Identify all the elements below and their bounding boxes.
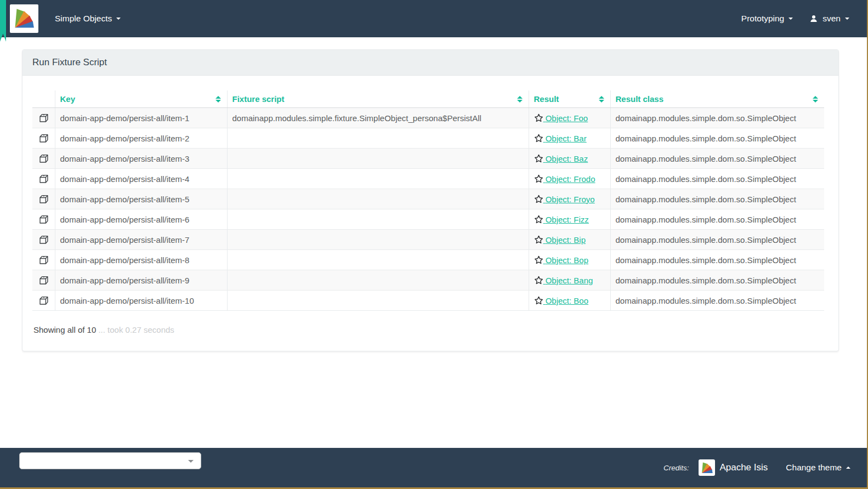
result-object-link[interactable]: Object: Bop xyxy=(543,255,589,265)
menu-prototyping[interactable]: Prototyping xyxy=(741,14,793,24)
apache-isis-logo[interactable] xyxy=(699,459,715,476)
cube-icon xyxy=(38,255,49,265)
cube-icon xyxy=(38,295,49,306)
key-cell: domain-app-demo/persist-all/item-9 xyxy=(55,270,227,291)
result-object-link[interactable]: Object: Bip xyxy=(543,235,586,244)
column-header-result[interactable]: Result xyxy=(529,90,610,108)
sort-up-down-icon[interactable] xyxy=(812,95,819,104)
row-icon-cell xyxy=(32,189,55,209)
column-header-key[interactable]: Key xyxy=(55,90,227,108)
fixture-script-cell xyxy=(227,291,529,311)
star-outline-icon xyxy=(534,215,543,224)
table-summary: Showing all of 10 ... took 0.27 seconds xyxy=(32,325,823,334)
table-row[interactable]: domain-app-demo/persist-all/item-9 Objec… xyxy=(32,270,824,291)
change-theme-button[interactable]: Change theme xyxy=(786,463,850,473)
key-cell: domain-app-demo/persist-all/item-6 xyxy=(55,209,227,230)
result-class-cell: domainapp.modules.simple.dom.so.SimpleOb… xyxy=(610,108,824,128)
star-outline-icon xyxy=(534,154,543,163)
result-class-cell: domainapp.modules.simple.dom.so.SimpleOb… xyxy=(610,149,824,169)
table-row[interactable]: domain-app-demo/persist-all/item-8 Objec… xyxy=(32,250,824,270)
key-cell: domain-app-demo/persist-all/item-1 xyxy=(55,108,227,128)
row-icon-cell xyxy=(32,230,55,250)
table-row[interactable]: domain-app-demo/persist-all/item-3 Objec… xyxy=(32,149,824,169)
result-cell: Object: Fizz xyxy=(529,209,610,230)
menu-simple-objects[interactable]: Simple Objects xyxy=(55,14,121,24)
key-cell: domain-app-demo/persist-all/item-8 xyxy=(55,250,227,270)
table-row[interactable]: domain-app-demo/persist-all/item-5 Objec… xyxy=(32,189,824,209)
navbar-right: Prototyping sven xyxy=(741,14,867,24)
result-class-cell: domainapp.modules.simple.dom.so.SimpleOb… xyxy=(610,291,824,311)
result-cell: Object: Froyo xyxy=(529,189,610,209)
sort-up-down-icon[interactable] xyxy=(214,95,222,104)
result-object-link[interactable]: Object: Bang xyxy=(543,276,593,285)
chevron-up-icon xyxy=(846,467,850,469)
apache-isis-fan-icon xyxy=(12,7,36,31)
key-cell: domain-app-demo/persist-all/item-7 xyxy=(55,230,227,250)
table-row[interactable]: domain-app-demo/persist-all/item-1 domai… xyxy=(32,108,824,128)
result-object-link[interactable]: Object: Foo xyxy=(543,113,588,123)
key-cell: domain-app-demo/persist-all/item-4 xyxy=(55,169,227,189)
column-header-result-class[interactable]: Result class xyxy=(610,90,824,108)
star-outline-icon xyxy=(534,255,543,265)
footer-dropdown[interactable] xyxy=(19,452,201,469)
apache-isis-fan-icon xyxy=(700,461,714,475)
fixture-script-cell xyxy=(227,189,529,209)
chevron-down-icon xyxy=(788,18,793,20)
table-row[interactable]: domain-app-demo/persist-all/item-2 Objec… xyxy=(32,128,824,149)
credits-block: Credits: Apache Isis Change theme xyxy=(663,459,867,476)
person-icon xyxy=(809,14,818,23)
app-logo[interactable] xyxy=(10,4,38,33)
table-row[interactable]: domain-app-demo/persist-all/item-7 Objec… xyxy=(32,230,824,250)
table-row[interactable]: domain-app-demo/persist-all/item-6 Objec… xyxy=(32,209,824,230)
sort-up-down-icon[interactable] xyxy=(598,95,605,104)
row-icon-cell xyxy=(32,209,55,230)
icon-column-header xyxy=(32,90,55,108)
result-class-cell: domainapp.modules.simple.dom.so.SimpleOb… xyxy=(610,270,824,291)
row-icon-cell xyxy=(32,270,55,291)
user-menu[interactable]: sven xyxy=(809,14,849,24)
result-object-link[interactable]: Object: Baz xyxy=(543,154,588,163)
result-cell: Object: Boo xyxy=(529,291,610,311)
result-class-cell: domainapp.modules.simple.dom.so.SimpleOb… xyxy=(610,128,824,149)
key-cell: domain-app-demo/persist-all/item-10 xyxy=(55,291,227,311)
key-cell: domain-app-demo/persist-all/item-2 xyxy=(55,128,227,149)
column-header-fixture-script[interactable]: Fixture script xyxy=(227,90,529,108)
table-row[interactable]: domain-app-demo/persist-all/item-4 Objec… xyxy=(32,169,824,189)
result-object-link[interactable]: Object: Frodo xyxy=(543,174,595,184)
app-window: Simple Objects Prototyping sven Run Fixt… xyxy=(0,0,868,489)
star-outline-icon xyxy=(534,235,543,244)
menu-prototyping-label: Prototyping xyxy=(741,14,784,24)
result-class-cell: domainapp.modules.simple.dom.so.SimpleOb… xyxy=(610,250,824,270)
result-class-cell: domainapp.modules.simple.dom.so.SimpleOb… xyxy=(610,189,824,209)
cube-icon xyxy=(38,153,49,164)
timing-text: ... took 0.27 seconds xyxy=(98,325,174,334)
fixture-script-cell xyxy=(227,270,529,291)
result-cell: Object: Bip xyxy=(529,230,610,250)
apache-isis-link[interactable]: Apache Isis xyxy=(719,462,768,473)
cube-icon xyxy=(38,174,49,184)
result-object-link[interactable]: Object: Fizz xyxy=(543,215,589,224)
footer-bar: Credits: Apache Isis Change theme xyxy=(0,448,867,487)
sort-up-down-icon[interactable] xyxy=(516,95,524,104)
row-icon-cell xyxy=(32,128,55,149)
result-object-link[interactable]: Object: Bar xyxy=(543,134,587,143)
table-body: domain-app-demo/persist-all/item-1 domai… xyxy=(32,108,824,311)
key-cell: domain-app-demo/persist-all/item-5 xyxy=(55,189,227,209)
result-cell: Object: Frodo xyxy=(529,169,610,189)
cube-icon xyxy=(38,194,49,204)
chevron-down-icon xyxy=(188,460,194,463)
page-content: Run Fixture Script Key xyxy=(0,37,867,448)
star-outline-icon xyxy=(534,195,543,204)
credits-label: Credits: xyxy=(663,464,689,472)
result-object-link[interactable]: Object: Froyo xyxy=(543,195,595,204)
user-name: sven xyxy=(822,14,841,24)
panel-title: Run Fixture Script xyxy=(22,50,838,76)
cube-icon xyxy=(38,235,49,245)
fixture-script-cell xyxy=(227,169,529,189)
row-icon-cell xyxy=(32,169,55,189)
result-object-link[interactable]: Object: Boo xyxy=(543,296,589,305)
star-outline-icon xyxy=(534,296,543,305)
fixture-script-cell xyxy=(227,128,529,149)
table-row[interactable]: domain-app-demo/persist-all/item-10 Obje… xyxy=(32,291,824,311)
run-fixture-script-panel: Run Fixture Script Key xyxy=(22,49,839,351)
